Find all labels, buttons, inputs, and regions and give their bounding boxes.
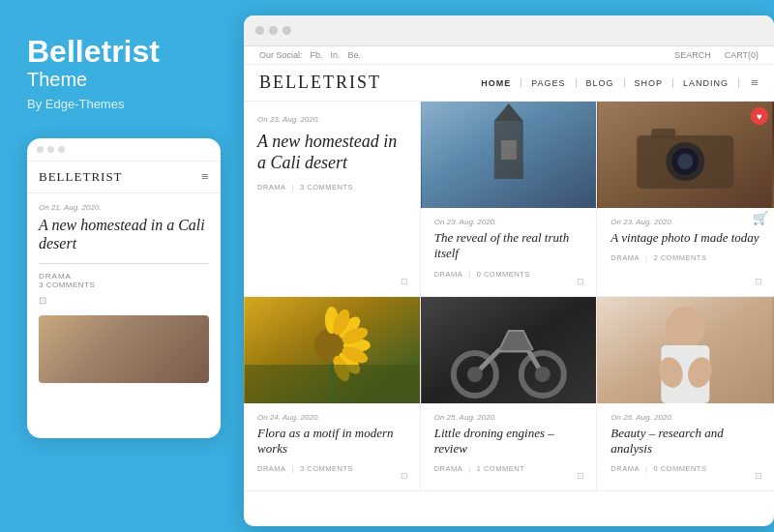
- post-1-tag: DRAMA: [257, 183, 286, 192]
- svg-rect-9: [652, 129, 676, 138]
- browser-dot-3: [283, 26, 291, 35]
- mobile-post-title: A new homestead in a Cali desert: [39, 216, 209, 252]
- cart-button[interactable]: CART(0): [725, 50, 759, 60]
- post-1-sep: |: [292, 183, 294, 192]
- post-4-sep: |: [292, 464, 294, 473]
- mobile-post-date: On 21. Aug. 2020.: [39, 203, 209, 212]
- svg-point-28: [534, 367, 550, 382]
- site-top-bar: Our Social: Fb. In. Be. SEARCH CART(0): [244, 46, 774, 65]
- post-5-meta: DRAMA | 1 COMMENT: [434, 464, 583, 473]
- nav-blog[interactable]: BLOG: [577, 78, 625, 88]
- browser-chrome-bar: [244, 15, 774, 46]
- header-actions: SEARCH CART(0): [674, 50, 759, 60]
- post-3-tag: DRAMA: [610, 253, 640, 262]
- mobile-post-tag: DRAMA: [39, 272, 209, 281]
- post-1-comments: 3 COMMENTS: [300, 183, 353, 192]
- nav-hamburger-icon[interactable]: ≡: [751, 75, 759, 91]
- post-4-comments: 3 COMMENTS: [300, 464, 353, 473]
- mobile-content: On 21. Aug. 2020. A new homestead in a C…: [27, 193, 221, 392]
- social-label: Our Social:: [259, 50, 303, 60]
- post-2-sep: |: [468, 270, 470, 279]
- post-3-image: ♥: [597, 102, 774, 208]
- social-be[interactable]: Be.: [348, 50, 362, 60]
- post-2-date: On 23. Aug. 2020.: [434, 218, 583, 226]
- post-3-corner-icon: ⊡: [755, 277, 762, 286]
- post-4-meta: DRAMA | 3 COMMENTS: [257, 464, 406, 473]
- mobile-dot-1: [37, 146, 44, 153]
- nav-landing[interactable]: LANDING: [673, 78, 739, 88]
- post-5-sep: |: [468, 464, 470, 473]
- post-4-tag: DRAMA: [257, 464, 286, 473]
- blog-post-3: ♥ On 23. Aug. 2020. A vintage photo I ma…: [597, 102, 774, 297]
- post-4-date: On 24. Aug. 2020.: [257, 413, 406, 422]
- brand-by: By Edge-Themes: [27, 97, 213, 111]
- notification-badge: ♥: [751, 107, 768, 125]
- post-5-content: On 25. Aug. 2020. Little droning engines…: [421, 403, 597, 478]
- post-6-comments: 0 COMMENTS: [653, 464, 706, 473]
- mobile-window-dots: [37, 146, 65, 153]
- post-4-content: On 24. Aug. 2020. Flora as a motif in mo…: [244, 403, 420, 478]
- svg-text:♥: ♥: [757, 111, 762, 122]
- mobile-nav: BELLETRIST ≡: [27, 162, 221, 193]
- post-1-title[interactable]: A new homestead in a Cali desert: [257, 132, 406, 173]
- mobile-hamburger-icon[interactable]: ≡: [201, 169, 209, 185]
- nav-pages[interactable]: PAGES: [521, 78, 576, 88]
- post-6-meta: DRAMA | 0 COMMENTS: [610, 464, 760, 473]
- site-navigation: HOME PAGES BLOG SHOP LANDING ≡: [471, 75, 759, 91]
- post-6-sep: |: [645, 464, 647, 473]
- brand-subtitle: Theme: [27, 69, 213, 91]
- nav-shop[interactable]: SHOP: [625, 78, 674, 88]
- search-button[interactable]: SEARCH: [674, 50, 711, 60]
- browser-window-dots: [255, 26, 291, 35]
- mobile-divider: [39, 263, 209, 264]
- browser-dot-1: [255, 26, 264, 35]
- post-2-content: On 23. Aug. 2020. The reveal of the real…: [421, 208, 597, 282]
- post-2-title[interactable]: The reveal of the real truth itself: [434, 230, 583, 262]
- post-6-corner-icon: ⊡: [755, 471, 762, 481]
- mobile-top-bar: [27, 138, 221, 162]
- post-5-title[interactable]: Little droning engines – review: [434, 426, 583, 458]
- svg-point-30: [667, 307, 705, 349]
- svg-point-8: [678, 154, 694, 169]
- post-5-comments: 1 COMMENT: [477, 464, 525, 473]
- blog-post-1: On 23. Aug. 2020. A new homestead in a C…: [244, 102, 421, 297]
- blog-grid: On 23. Aug. 2020. A new homestead in a C…: [244, 102, 774, 491]
- post-4-corner-icon: ⊡: [401, 471, 408, 481]
- blog-post-4: On 24. Aug. 2020. Flora as a motif in mo…: [244, 297, 421, 492]
- post-4-image: [244, 297, 420, 403]
- cart-icon[interactable]: 🛒: [753, 211, 768, 226]
- post-2-comments: 0 COMMENTS: [477, 270, 530, 279]
- post-2-image: [421, 102, 597, 208]
- post-3-meta: DRAMA | 2 COMMENTS: [610, 253, 760, 262]
- post-3-comments: 2 COMMENTS: [653, 253, 706, 262]
- social-fb[interactable]: Fb.: [311, 50, 323, 60]
- svg-point-27: [466, 367, 482, 382]
- post-6-date: On 26. Aug. 2020.: [610, 413, 760, 422]
- post-3-date: On 23. Aug. 2020.: [610, 218, 760, 226]
- post-6-title[interactable]: Beauty – research and analysis: [610, 426, 760, 458]
- mobile-dot-3: [58, 146, 65, 153]
- post-3-title[interactable]: A vintage photo I made today: [610, 230, 760, 246]
- svg-rect-23: [245, 365, 419, 403]
- social-links: Our Social: Fb. In. Be.: [259, 50, 361, 60]
- mobile-post-image: [39, 315, 209, 383]
- browser-dot-2: [269, 26, 278, 35]
- mobile-mockup: BELLETRIST ≡ On 21. Aug. 2020. A new hom…: [27, 138, 221, 438]
- post-2-tag: DRAMA: [434, 270, 463, 279]
- post-2-corner-icon: ⊡: [577, 277, 584, 286]
- post-1-content: On 23. Aug. 2020. A new homestead in a C…: [244, 102, 420, 195]
- mobile-share-icon: ⊡: [39, 295, 209, 306]
- svg-rect-3: [500, 140, 516, 160]
- post-5-tag: DRAMA: [434, 464, 463, 473]
- nav-home[interactable]: HOME: [471, 78, 521, 88]
- post-6-tag: DRAMA: [610, 464, 640, 473]
- post-6-content: On 26. Aug. 2020. Beauty – research and …: [597, 403, 774, 478]
- post-5-corner-icon: ⊡: [577, 471, 584, 481]
- post-6-image: [597, 297, 774, 403]
- mobile-logo: BELLETRIST: [39, 169, 123, 185]
- social-in[interactable]: In.: [331, 50, 341, 60]
- post-4-title[interactable]: Flora as a motif in modern works: [257, 426, 406, 458]
- site-logo[interactable]: Belletrist: [259, 73, 381, 93]
- post-3-content: On 23. Aug. 2020. A vintage photo I made…: [597, 208, 774, 266]
- post-3-sep: |: [645, 253, 647, 262]
